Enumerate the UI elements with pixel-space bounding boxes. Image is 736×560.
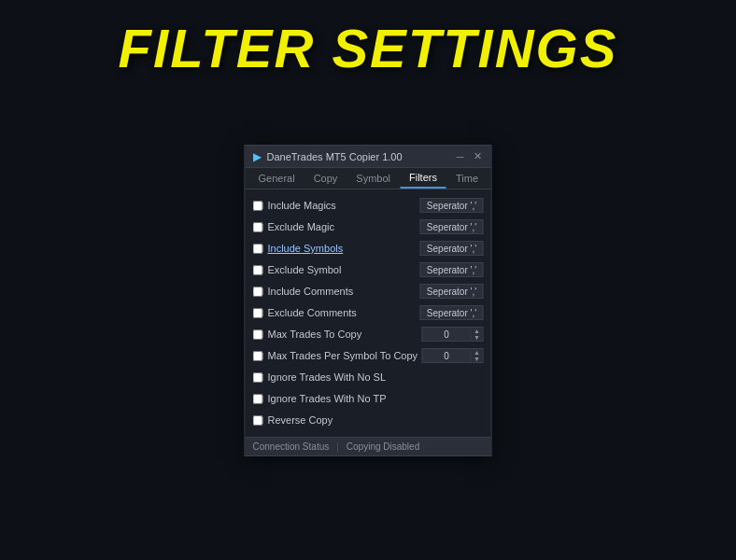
separator-include-symbols[interactable] [420,241,484,256]
filter-row-max-trades-symbol: Max Trades Per Symbol To Copy ▲ ▼ [253,345,484,366]
checkbox-ignore-no-tp[interactable] [253,394,263,404]
checkbox-include-comments[interactable] [253,287,263,297]
spin-max-trades: ▲ ▼ [471,327,484,342]
checkbox-max-trades[interactable] [253,329,263,340]
checkbox-exclude-symbol[interactable] [253,265,263,275]
filter-row-max-trades: Max Trades To Copy ▲ ▼ [253,324,484,344]
filter-row-exclude-comments: Exclude Comments [253,302,484,323]
tab-copy[interactable]: Copy [304,168,347,189]
title-section: FILTER SETTINGS [0,17,736,79]
separator-exclude-magic[interactable] [420,219,484,234]
filter-row-include-magics: Include Magics [253,195,484,216]
tab-symbol[interactable]: Symbol [347,168,400,189]
minimize-button[interactable]: ─ [455,150,466,162]
spin-down-max-trades[interactable]: ▼ [472,334,483,341]
label-exclude-magic: Exclude Magic [268,221,420,232]
filter-row-exclude-symbol: Exclude Symbol [253,259,484,280]
filter-row-ignore-no-sl: Ignore Trades With No SL [253,367,484,387]
spin-up-max-trades-symbol[interactable]: ▲ [472,349,483,356]
spin-max-trades-symbol: ▲ ▼ [471,348,484,363]
connection-status: Connection Status [253,441,330,452]
checkbox-max-trades-symbol[interactable] [253,351,263,361]
filter-row-include-comments: Include Comments [253,281,484,301]
separator-include-comments[interactable] [420,284,484,299]
window-content: Include Magics Exclude Magic Include Sym… [246,189,491,437]
separator-include-magics[interactable] [420,198,484,213]
label-exclude-symbol: Exclude Symbol [268,264,420,275]
spin-down-max-trades-symbol[interactable]: ▼ [472,356,483,362]
filter-row-exclude-magic: Exclude Magic [253,217,484,237]
filter-row-reverse-copy: Reverse Copy [253,410,484,430]
copy-status: Copying Disabled [347,441,419,452]
checkbox-exclude-comments[interactable] [253,308,263,318]
label-include-symbols: Include Symbols [268,243,420,254]
filter-row-ignore-no-tp: Ignore Trades With No TP [253,388,484,409]
page-container: FILTER SETTINGS ▶ DaneTrades MT5 Copier … [0,0,736,560]
status-bar: Connection Status | Copying Disabled [246,437,491,455]
checkbox-reverse-copy[interactable] [253,415,263,426]
checkbox-exclude-magic[interactable] [253,222,263,232]
number-wrapper-max-trades: ▲ ▼ [422,327,484,342]
number-max-trades-symbol[interactable] [422,348,471,363]
window-titlebar: ▶ DaneTrades MT5 Copier 1.00 ─ ✕ [246,146,491,168]
status-divider: | [336,441,339,452]
window-controls: ─ ✕ [455,150,484,162]
label-exclude-comments: Exclude Comments [268,307,420,318]
tab-filters[interactable]: Filters [400,168,446,189]
tab-time[interactable]: Time [446,168,488,189]
label-ignore-no-tp: Ignore Trades With No TP [268,393,484,404]
number-wrapper-max-trades-symbol: ▲ ▼ [422,348,484,363]
checkbox-include-symbols[interactable] [253,244,263,254]
main-window: ▶ DaneTrades MT5 Copier 1.00 ─ ✕ General… [245,145,492,456]
checkbox-include-magics[interactable] [253,201,263,211]
checkbox-ignore-no-sl[interactable] [253,372,263,383]
label-include-comments: Include Comments [268,286,420,297]
filter-row-include-symbols: Include Symbols [253,238,484,259]
app-icon: ▶ [253,150,262,163]
label-reverse-copy: Reverse Copy [268,414,484,426]
separator-exclude-symbol[interactable] [420,262,484,277]
window-title: DaneTrades MT5 Copier 1.00 [267,151,403,162]
label-include-magics: Include Magics [268,200,420,211]
label-max-trades-symbol: Max Trades Per Symbol To Copy [268,350,422,361]
tab-general[interactable]: General [249,168,304,189]
titlebar-left: ▶ DaneTrades MT5 Copier 1.00 [253,150,403,163]
page-title: FILTER SETTINGS [0,17,736,79]
close-button[interactable]: ✕ [472,150,484,162]
label-ignore-no-sl: Ignore Trades With No SL [268,371,484,383]
number-max-trades[interactable] [422,327,471,342]
separator-exclude-comments[interactable] [420,305,484,320]
label-max-trades: Max Trades To Copy [268,329,422,340]
spin-up-max-trades[interactable]: ▲ [472,328,483,334]
nav-tabs: General Copy Symbol Filters Time [246,168,491,189]
